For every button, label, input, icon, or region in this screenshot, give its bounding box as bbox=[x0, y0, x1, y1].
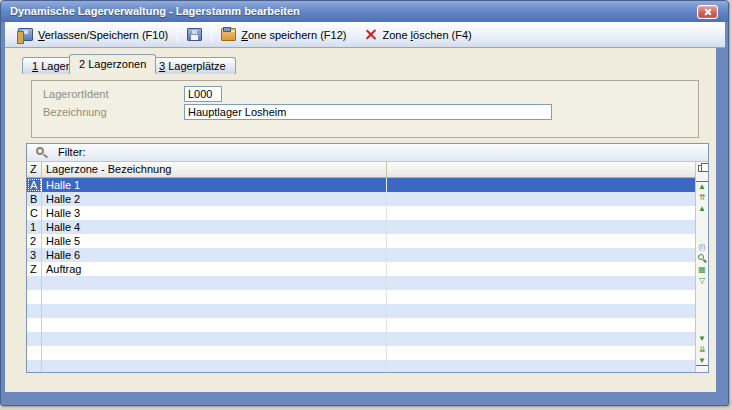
table-row[interactable]: A Halle 1 bbox=[27, 178, 695, 192]
cell-empty bbox=[387, 234, 695, 248]
next-record-icon[interactable]: ▼ bbox=[696, 334, 708, 343]
lagerortident-field[interactable] bbox=[184, 86, 222, 102]
app-window: Dynamische Lagerverwaltung - Lagerstamm … bbox=[0, 0, 729, 406]
toolbar-separator bbox=[177, 27, 178, 43]
table-row[interactable]: Z Auftrag bbox=[27, 262, 695, 276]
empty-row[interactable] bbox=[27, 346, 695, 360]
screen: Dynamische Lagerverwaltung - Lagerstamm … bbox=[0, 0, 732, 410]
grid-header: Z Lagerzone - Bezeichnung bbox=[27, 162, 695, 178]
cell-zone-name: Halle 6 bbox=[42, 248, 387, 262]
filter-bar[interactable]: Filter: bbox=[27, 144, 708, 162]
cell-zone-name: Halle 3 bbox=[42, 206, 387, 220]
lagerort-groupbox: LagerortIdent Bezeichnung bbox=[31, 80, 699, 138]
cell-zone-name: Halle 1 bbox=[42, 178, 387, 192]
zone-loeschen-label: Zone löschen (F4) bbox=[382, 29, 471, 41]
lagerzonen-grid: Filter: Z Lagerzone - Bezeichnung A Hall… bbox=[26, 143, 709, 373]
table-row[interactable]: 3 Halle 6 bbox=[27, 248, 695, 262]
close-button[interactable] bbox=[697, 5, 718, 19]
bezeichnung-label: Bezeichnung bbox=[43, 106, 107, 118]
empty-row[interactable] bbox=[27, 318, 695, 332]
cell-zone-name: Halle 4 bbox=[42, 220, 387, 234]
cell-zone-code: C bbox=[27, 206, 42, 220]
filter-label: Filter: bbox=[58, 144, 86, 161]
zone-speichern-label: Zone speichern (F12) bbox=[241, 29, 346, 41]
cell-empty bbox=[387, 178, 695, 192]
table-row[interactable]: C Halle 3 bbox=[27, 206, 695, 220]
cell-zone-code: 1 bbox=[27, 220, 42, 234]
cell-zone-name: Halle 5 bbox=[42, 234, 387, 248]
group-icon[interactable]: (I) bbox=[696, 242, 708, 251]
empty-row[interactable] bbox=[27, 276, 695, 290]
column-header-empty bbox=[387, 162, 695, 177]
grid-body: A Halle 1 B Halle 2 C Halle 3 1 Halle 4 bbox=[27, 178, 695, 372]
search-grid-icon[interactable] bbox=[698, 254, 704, 260]
column-header-name[interactable]: Lagerzone - Bezeichnung bbox=[42, 162, 387, 177]
search-icon bbox=[36, 147, 44, 155]
exit-save-icon bbox=[18, 28, 33, 41]
tab-lagerplaetze[interactable]: 3 Lagerplätze bbox=[149, 57, 236, 74]
table-row[interactable]: 2 Halle 5 bbox=[27, 234, 695, 248]
column-header-zone[interactable]: Z bbox=[27, 162, 42, 177]
verlassen-speichern-button[interactable]: Verlassen/Speichern (F10) bbox=[13, 26, 173, 43]
empty-row[interactable] bbox=[27, 360, 695, 373]
title-bar[interactable]: Dynamische Lagerverwaltung - Lagerstamm … bbox=[1, 1, 728, 22]
window-title: Dynamische Lagerverwaltung - Lagerstamm … bbox=[10, 5, 300, 17]
save-button[interactable] bbox=[182, 26, 207, 43]
table-row[interactable]: B Halle 2 bbox=[27, 192, 695, 206]
tab-lagerzonen[interactable]: 2 Lagerzonen bbox=[69, 54, 156, 74]
cell-zone-code: Z bbox=[27, 262, 42, 276]
cell-empty bbox=[387, 220, 695, 234]
empty-row[interactable] bbox=[27, 304, 695, 318]
cell-empty bbox=[387, 248, 695, 262]
zone-save-icon bbox=[221, 28, 236, 41]
save-icon bbox=[187, 28, 202, 41]
cell-zone-code: A bbox=[27, 178, 42, 192]
close-icon bbox=[704, 8, 712, 16]
cell-zone-name: Auftrag bbox=[42, 262, 387, 276]
next-page-icon[interactable]: ⇊ bbox=[696, 345, 708, 354]
toolbar: Verlassen/Speichern (F10) Zone speichern… bbox=[5, 22, 725, 48]
cell-empty bbox=[387, 262, 695, 276]
cell-empty bbox=[387, 206, 695, 220]
bezeichnung-field[interactable] bbox=[184, 104, 552, 120]
prior-page-icon[interactable]: ⇈ bbox=[696, 193, 708, 202]
cell-zone-code: 3 bbox=[27, 248, 42, 262]
cell-zone-name: Halle 2 bbox=[42, 192, 387, 206]
empty-row[interactable] bbox=[27, 332, 695, 346]
cell-zone-code: 2 bbox=[27, 234, 42, 248]
summary-icon[interactable]: ▦ bbox=[696, 265, 708, 274]
zone-speichern-button[interactable]: Zone speichern (F12) bbox=[216, 26, 351, 43]
prior-record-icon[interactable]: ▲ bbox=[696, 204, 708, 213]
last-record-icon[interactable]: ▼ bbox=[696, 356, 708, 366]
cell-zone-code: B bbox=[27, 192, 42, 206]
verlassen-speichern-label: Verlassen/Speichern (F10) bbox=[38, 29, 168, 41]
first-record-icon[interactable]: ▲ bbox=[696, 181, 708, 191]
grid-navigator: ▲ ⇈ ▲ (I) ▦ ▽ ▼ ⇊ ▼ bbox=[695, 162, 708, 372]
copy-icon[interactable] bbox=[698, 165, 705, 172]
delete-x-icon bbox=[364, 28, 377, 41]
cell-empty bbox=[387, 192, 695, 206]
lagerortident-label: LagerortIdent bbox=[43, 88, 108, 100]
empty-row[interactable] bbox=[27, 290, 695, 304]
filter-funnel-icon[interactable]: ▽ bbox=[696, 276, 708, 285]
zone-loeschen-button[interactable]: Zone löschen (F4) bbox=[359, 26, 476, 43]
toolbar-separator bbox=[211, 27, 212, 43]
table-row[interactable]: 1 Halle 4 bbox=[27, 220, 695, 234]
